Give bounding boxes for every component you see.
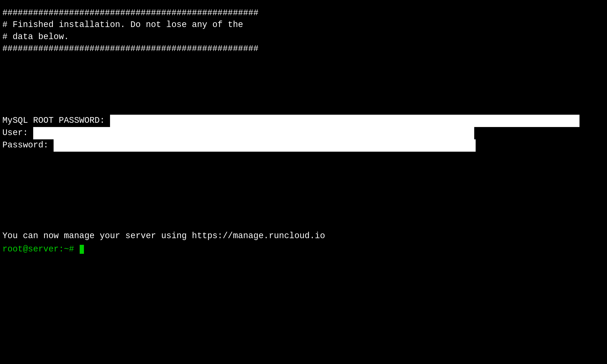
blank-9 [2,187,605,199]
cursor [80,245,84,254]
comment-line-2: # data below. [2,31,605,43]
blank-4 [2,91,605,103]
blank-1 [2,55,605,67]
password-line: Password: [2,139,605,152]
hash-line-top: ########################################… [2,7,605,19]
blank-10 [2,199,605,211]
blank-3 [2,79,605,91]
blank-8 [2,175,605,187]
password-label: Password: [2,139,53,151]
blank-5 [2,103,605,115]
user-line: User: [2,127,605,139]
blank-6 [2,152,605,164]
terminal-window: ########################################… [0,0,607,364]
mysql-root-label: MySQL ROOT PASSWORD: [2,115,110,127]
comment-line-1: # Finished installation. Do not lose any… [2,19,605,31]
password-value-redacted [53,139,476,152]
prompt-line[interactable]: root@server:~# [2,243,605,255]
mysql-root-value-redacted [110,115,580,127]
mysql-root-line: MySQL ROOT PASSWORD: [2,115,605,127]
prompt-text: root@server:~# [2,243,79,255]
hash-line-bottom: ########################################… [2,43,605,55]
manage-line: You can now manage your server using htt… [2,230,605,242]
blank-7 [2,164,605,175]
user-value-redacted [33,127,474,139]
blank-2 [2,67,605,79]
user-label: User: [2,127,33,139]
